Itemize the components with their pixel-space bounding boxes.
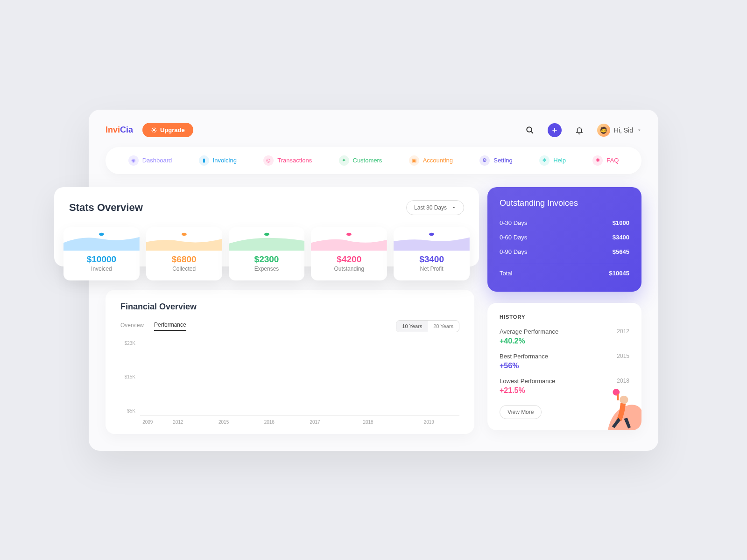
upgrade-button[interactable]: Upgrade [142,123,193,137]
total-value: $10045 [609,270,629,277]
search-button[interactable] [522,123,537,138]
y-tick: $23K [120,341,135,346]
outstanding-label: 0-90 Days [500,248,527,255]
nav-customers[interactable]: ✦Customers [339,155,382,166]
upgrade-label: Upgrade [160,126,185,133]
setting-icon: ⚙ [479,155,490,166]
brand-part-2: Cia [120,125,133,134]
stat-card-collected[interactable]: $6800 Collected [146,227,222,280]
svg-line-2 [531,131,533,133]
outstanding-row: 0-30 Days$1000 [500,216,629,230]
x-tick: 2015 [201,420,247,425]
svg-point-0 [153,129,155,131]
history-item-title: Lowest Performance [500,378,555,385]
bars-area: 2009201220152016201720182019 [140,341,459,425]
sparkline [394,227,470,251]
stat-label: Collected [146,266,222,272]
add-button[interactable] [548,123,562,137]
x-tick: 2009 [140,420,155,425]
outstanding-label: 0-30 Days [500,219,527,226]
content: Stats Overview Last 30 Days $10000 Invoi… [89,174,658,434]
x-tick: 2016 [247,420,292,425]
app-window: InviCia Upgrade 🧔 Hi, Sid ◉Dashboard ▮ [89,110,658,451]
history-item-pct: +56% [500,362,548,370]
sparkline [63,227,140,251]
stat-mini-cards: $10000 Invoiced $6800 Collected $2300 Ex… [63,227,470,280]
svg-point-8 [346,232,352,236]
svg-point-6 [182,232,187,236]
segment-20-years[interactable]: 20 Years [428,321,459,332]
customers-icon: ✦ [339,155,349,166]
x-tick: 2019 [399,420,459,425]
nav-label: Transactions [277,157,312,164]
stats-header: Stats Overview Last 30 Days [69,200,464,215]
history-item-title: Average Performance [500,328,558,335]
bar-chart: $23K $15K $5K 20092012201520162017201820… [120,341,459,425]
nav-faq[interactable]: ✺FAQ [592,155,619,166]
nav-label: Dashboard [142,157,172,164]
x-tick: 2012 [155,420,201,425]
nav-setting[interactable]: ⚙Setting [479,155,512,166]
nav-label: FAQ [606,157,619,164]
history-item-year: 2015 [617,353,629,359]
x-tick: 2017 [292,420,338,425]
user-greeting: Hi, Sid [614,126,633,134]
total-label: Total [500,270,512,277]
svg-rect-12 [617,394,619,400]
stat-card-invoiced[interactable]: $10000 Invoiced [63,227,140,280]
stat-value: $10000 [63,254,140,265]
stats-title: Stats Overview [69,202,143,214]
help-icon: ❖ [539,155,550,166]
plus-icon [551,127,558,133]
outstanding-value: $3400 [613,234,629,241]
svg-point-5 [99,232,104,236]
stat-card-outstanding[interactable]: $4200 Outstanding [311,227,387,280]
stat-label: Outstanding [311,266,387,272]
faq-icon: ✺ [592,155,603,166]
accounting-icon: ▣ [409,155,419,166]
person-illustration [595,384,641,430]
stat-value: $3400 [394,254,470,265]
nav-label: Customers [353,157,382,164]
nav-help[interactable]: ❖Help [539,155,566,166]
date-range-dropdown[interactable]: Last 30 Days [406,200,464,215]
financial-title: Financial Overview [120,302,459,312]
history-title: HISTORY [500,314,629,320]
user-menu[interactable]: 🧔 Hi, Sid [597,124,641,137]
nav-accounting[interactable]: ▣Accounting [409,155,453,166]
dashboard-icon: ◉ [128,155,139,166]
invoicing-icon: ▮ [199,155,209,166]
left-column: Stats Overview Last 30 Days $10000 Invoi… [106,187,474,434]
tab-performance[interactable]: Performance [154,322,186,331]
history-item-pct: +21.5% [500,386,555,395]
nav-label: Accounting [423,157,453,164]
history-item-title: Best Performance [500,353,548,360]
svg-point-7 [264,232,269,236]
stat-card-expenses[interactable]: $2300 Expenses [229,227,305,280]
x-axis: 2009201220152016201720182019 [140,416,459,425]
nav-dashboard[interactable]: ◉Dashboard [128,155,172,166]
stat-card-net profit[interactable]: $3400 Net Profit [394,227,470,280]
financial-tabs: Overview Performance 10 Years 20 Years [120,320,459,332]
stat-label: Net Profit [394,266,470,272]
nav-transactions[interactable]: ◎Transactions [263,155,312,166]
stat-label: Expenses [229,266,305,272]
outstanding-value: $5645 [613,248,629,255]
sparkline [311,227,387,251]
outstanding-row: 0-60 Days$3400 [500,230,629,245]
tab-overview[interactable]: Overview [120,322,144,330]
right-column: Outstanding Invoices 0-30 Days$10000-60 … [487,187,641,434]
main-nav: ◉Dashboard ▮Invoicing ◎Transactions ✦Cus… [106,147,641,174]
nav-label: Setting [493,157,512,164]
y-tick: $15K [120,374,135,379]
notifications-button[interactable] [572,123,587,138]
chevron-down-icon [451,205,456,210]
segment-10-years[interactable]: 10 Years [396,321,428,332]
stat-label: Invoiced [63,266,140,272]
nav-invoicing[interactable]: ▮Invoicing [199,155,237,166]
history-row: Average Performance+40.2% 2012 [500,328,629,345]
range-label: Last 30 Days [414,204,447,211]
outstanding-row: 0-90 Days$5645 [500,245,629,259]
view-more-button[interactable]: View More [500,405,542,419]
svg-point-9 [429,232,434,236]
